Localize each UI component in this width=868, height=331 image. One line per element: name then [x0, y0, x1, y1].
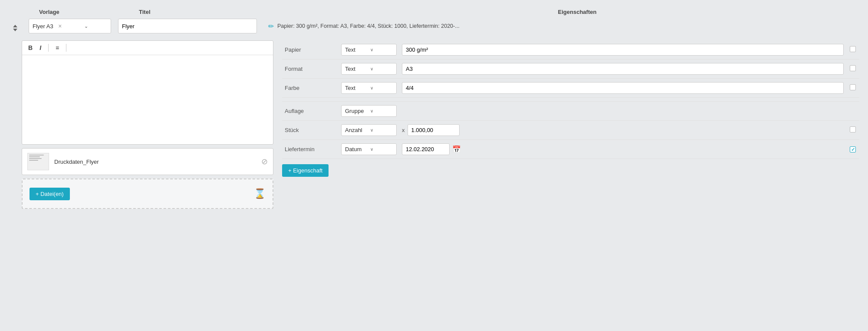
property-row: StückAnzahl∨x: [282, 121, 859, 140]
type-label: Gruppe: [345, 108, 368, 114]
file-name: Druckdaten_Flyer: [54, 159, 256, 165]
prop-type-cell: Text∨: [339, 40, 399, 60]
prop-checkbox-cell: [846, 40, 859, 60]
date-input-wrap: 📅: [402, 143, 844, 155]
prop-label: Auflage: [282, 102, 339, 121]
add-files-label: + Datei(en): [36, 191, 64, 197]
top-controls: Flyer A3 × ⌄ ✏ Papier: 300 g/m², Format:…: [9, 19, 859, 33]
prop-value-cell: [399, 102, 846, 121]
type-chevron-icon[interactable]: ∨: [370, 47, 393, 52]
eigenschaften-summary: ✏ Papier: 300 g/m², Format: A3, Farbe: 4…: [264, 22, 859, 30]
property-row: AuflageGruppe∨: [282, 102, 859, 121]
property-row: LieferterminDatum∨📅: [282, 140, 859, 159]
sort-handle[interactable]: [9, 21, 22, 31]
thumb-line-1: [29, 155, 44, 156]
text-editor: B I ≡: [22, 40, 273, 145]
date-input[interactable]: [402, 143, 450, 155]
checkbox-unchecked[interactable]: [850, 65, 856, 71]
anzahl-x-label: x: [402, 127, 405, 133]
prop-type-cell: Anzahl∨: [339, 121, 399, 140]
editor-body[interactable]: [22, 55, 273, 133]
upload-area: + Datei(en) ⌛: [22, 179, 273, 209]
prop-type-cell: Datum∨: [339, 140, 399, 159]
type-selector[interactable]: Datum∨: [341, 143, 397, 155]
type-chevron-icon[interactable]: ∨: [370, 66, 393, 71]
type-selector[interactable]: Text∨: [341, 63, 397, 75]
type-label: Datum: [345, 146, 368, 152]
toolbar-separator: [48, 44, 49, 52]
type-label: Text: [345, 66, 368, 72]
value-input[interactable]: [402, 82, 844, 94]
edit-icon[interactable]: ✏: [268, 22, 274, 30]
prop-label: Farbe: [282, 79, 339, 98]
left-panel: B I ≡ Druckdaten_Flyer ⊘: [22, 40, 273, 209]
column-headers: Vorlage Titel Eigenschaften: [9, 9, 859, 19]
type-label: Anzahl: [345, 127, 368, 133]
anzahl-input[interactable]: [408, 124, 460, 136]
separator-row: [282, 98, 859, 102]
bold-button[interactable]: B: [26, 43, 34, 52]
vorlage-header: Vorlage: [39, 9, 139, 15]
properties-table: PapierText∨FormatText∨FarbeText∨AuflageG…: [282, 40, 859, 159]
sort-up-icon[interactable]: [13, 25, 17, 27]
vorlage-value: Flyer A3: [33, 23, 56, 30]
type-selector[interactable]: Text∨: [341, 82, 397, 94]
type-chevron-icon[interactable]: ∨: [370, 128, 393, 132]
vorlage-chevron-icon[interactable]: ⌄: [84, 23, 107, 29]
prop-type-cell: Gruppe∨: [339, 102, 399, 121]
add-eigenschaft-button[interactable]: + Eigenschaft: [282, 164, 329, 177]
vorlage-clear-icon[interactable]: ×: [58, 23, 81, 30]
summary-text: Papier: 300 g/m², Format: A3, Farbe: 4/4…: [277, 23, 460, 29]
list-button[interactable]: ≡: [54, 43, 61, 52]
anzahl-wrap: x: [402, 124, 844, 136]
thumb-line-4: [29, 160, 38, 161]
property-row: FarbeText∨: [282, 79, 859, 98]
prop-checkbox-cell: [846, 102, 859, 121]
italic-button[interactable]: I: [38, 43, 43, 52]
checkbox-checked[interactable]: [850, 146, 856, 152]
right-panel: PapierText∨FormatText∨FarbeText∨AuflageG…: [282, 40, 859, 209]
eigenschaften-header: Eigenschaften: [295, 9, 859, 15]
sort-down-icon[interactable]: [13, 29, 17, 31]
thumb-line-2: [29, 156, 40, 157]
prop-checkbox-cell: [846, 121, 859, 140]
thumb-line-3: [29, 158, 42, 159]
prop-checkbox-cell: [846, 79, 859, 98]
property-row: FormatText∨: [282, 60, 859, 79]
value-input[interactable]: [402, 63, 844, 75]
add-eigenschaft-label: + Eigenschaft: [288, 167, 322, 174]
type-label: Text: [345, 85, 368, 91]
prop-value-cell: [399, 79, 846, 98]
prop-label: Format: [282, 60, 339, 79]
file-item: Druckdaten_Flyer ⊘: [22, 148, 273, 175]
type-label: Text: [345, 46, 368, 53]
editor-toolbar: B I ≡: [22, 41, 273, 55]
value-input[interactable]: [402, 44, 844, 56]
type-chevron-icon[interactable]: ∨: [370, 86, 393, 90]
type-selector[interactable]: Text∨: [341, 44, 397, 56]
type-chevron-icon[interactable]: ∨: [370, 109, 393, 113]
prop-type-cell: Text∨: [339, 79, 399, 98]
checkbox-unchecked[interactable]: [850, 126, 856, 132]
prop-label: Papier: [282, 40, 339, 60]
checkbox-unchecked[interactable]: [850, 84, 856, 90]
file-thumbnail: [27, 153, 49, 170]
prop-label: Stück: [282, 121, 339, 140]
prop-checkbox-cell: [846, 60, 859, 79]
download-icon[interactable]: ⌛: [254, 188, 266, 199]
add-files-button[interactable]: + Datei(en): [30, 188, 70, 200]
type-selector[interactable]: Gruppe∨: [341, 105, 397, 117]
prop-value-cell: [399, 40, 846, 60]
content-area: B I ≡ Druckdaten_Flyer ⊘: [22, 40, 859, 209]
type-selector[interactable]: Anzahl∨: [341, 124, 397, 136]
prop-label: Liefertermin: [282, 140, 339, 159]
file-delete-icon[interactable]: ⊘: [261, 157, 268, 166]
prop-value-cell: [399, 60, 846, 79]
vorlage-selector[interactable]: Flyer A3 × ⌄: [29, 19, 111, 33]
property-row: PapierText∨: [282, 40, 859, 60]
titel-input[interactable]: [118, 19, 257, 33]
type-chevron-icon[interactable]: ∨: [370, 147, 393, 152]
calendar-icon[interactable]: 📅: [452, 145, 461, 153]
checkbox-unchecked[interactable]: [850, 46, 856, 52]
prop-type-cell: Text∨: [339, 60, 399, 79]
